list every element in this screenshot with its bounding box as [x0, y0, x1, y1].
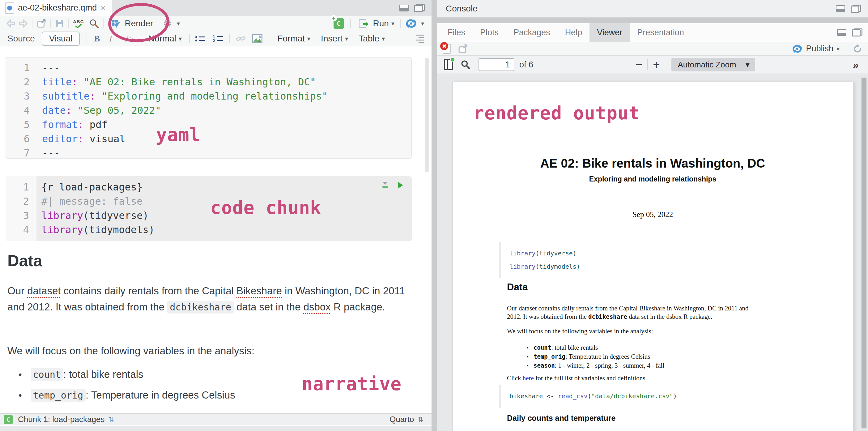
output-pane-tabs: Files Plots Packages Help Viewer Present… [437, 23, 868, 42]
annotation-narrative: narrative [302, 373, 402, 395]
forward-icon[interactable] [19, 19, 28, 28]
console-pane-header[interactable]: Console [437, 0, 868, 18]
run-chunk-icon[interactable] [397, 181, 404, 189]
tab-presentation[interactable]: Presentation [630, 23, 691, 42]
tab-help[interactable]: Help [558, 23, 590, 42]
image-icon[interactable] [252, 34, 262, 43]
yaml-front-matter-block[interactable]: 1--- 2title:"AE 02: Bike rentals in Wash… [6, 57, 412, 159]
refresh-icon[interactable] [852, 44, 862, 54]
pdf-heading-daily-counts: Daily counts and temperature [507, 414, 616, 423]
minimize-pane-icon[interactable] [837, 29, 846, 36]
zoom-out-button[interactable]: − [630, 60, 647, 69]
maximize-pane-icon[interactable] [852, 28, 862, 36]
zoom-in-button[interactable]: + [648, 60, 664, 69]
pdf-paragraph-1: Our dataset contains daily rentals from … [507, 304, 842, 321]
editor-scrollbar[interactable] [425, 58, 429, 172]
outline-toggle-icon[interactable] [416, 35, 424, 43]
minimize-pane-icon[interactable] [399, 5, 409, 11]
bullet-icon: • [527, 354, 529, 360]
chunk-navigator[interactable]: Chunk 1: load-packages [18, 414, 104, 424]
pdf-paragraph-2: We will focus on the following variables… [507, 327, 842, 335]
tab-ae-02-bikeshare[interactable]: ae-02-bikeshare.qmd × [0, 0, 112, 16]
chunk-navigator-sorter-icon[interactable]: ⇅ [108, 415, 114, 424]
publish-icon[interactable] [792, 44, 803, 54]
maximize-pane-icon[interactable] [414, 4, 425, 12]
spellcheck-icon[interactable]: ABC [73, 19, 84, 28]
document-mode-sorter-icon[interactable]: ⇅ [418, 415, 424, 424]
misspelled-word: Bikeshare [237, 285, 282, 297]
chunk-status-icon: C [4, 415, 13, 424]
tab-packages[interactable]: Packages [506, 23, 558, 42]
list-item: • temp_orig : Temperature in degrees Cel… [19, 389, 235, 402]
open-in-new-window-icon[interactable] [36, 19, 46, 28]
pdf-subtitle: Exploring and modeling relationships [453, 175, 853, 183]
tab-title: ae-02-bikeshare.qmd [18, 3, 97, 13]
save-icon[interactable] [55, 19, 64, 28]
publish-caret-icon[interactable]: ▾ [836, 45, 840, 53]
publish-caret-icon[interactable]: ▾ [421, 20, 424, 27]
back-icon[interactable] [6, 19, 16, 28]
pdf-heading-data: Data [507, 282, 528, 293]
search-icon[interactable] [89, 19, 99, 28]
source-publish-icon[interactable] [405, 18, 417, 29]
zoom-level-dropdown[interactable]: Automatic Zoom ▾ [672, 58, 755, 71]
pdf-title: AE 02: Bike rentals in Washington, DC [453, 156, 853, 171]
run-button[interactable]: Run ▾ [357, 17, 396, 30]
minimize-pane-icon[interactable] [836, 5, 845, 12]
visual-mode-button[interactable]: Visual [42, 32, 80, 46]
tab-viewer[interactable]: Viewer [589, 23, 630, 42]
inline-code: dcbikeshare [167, 301, 234, 313]
numbered-list-icon[interactable]: 1 2 [213, 36, 223, 42]
document-mode-selector[interactable]: Quarto [390, 414, 414, 424]
annotation-yaml: yaml [156, 124, 200, 145]
visual-editor-canvas[interactable]: 1--- 2title:"AE 02: Bike rentals in Wash… [0, 47, 432, 413]
editor-heading-data: Data [7, 251, 42, 270]
qmd-file-icon [5, 2, 14, 13]
r-code-chunk-block[interactable]: 1{r load-packages} 2#| message: false 3l… [6, 176, 412, 241]
bullet-icon: • [19, 390, 22, 401]
bullet-list-icon[interactable] [195, 36, 205, 41]
list-item: •count: total bike rentals [527, 344, 664, 353]
tab-plots[interactable]: Plots [473, 23, 506, 42]
pdf-view-area[interactable]: AE 02: Bike rentals in Washington, DC Ex… [437, 74, 868, 431]
pdf-sidebar-toggle-icon[interactable] [444, 59, 453, 70]
collapsed-console-strip [0, 426, 432, 431]
pdf-here-link[interactable]: here [523, 374, 534, 382]
notification-dot [450, 57, 455, 62]
source-mode-button[interactable]: Source [7, 34, 35, 43]
bold-button[interactable]: B [94, 34, 100, 43]
italic-button[interactable]: I [109, 34, 112, 43]
render-options-caret-icon[interactable]: ▾ [177, 20, 180, 27]
pdf-search-icon[interactable] [461, 60, 470, 69]
console-window-controls [836, 5, 861, 13]
tab-close-icon[interactable]: × [100, 3, 105, 13]
insert-chunk-icon[interactable]: + C [334, 18, 344, 29]
run-icon [359, 19, 366, 28]
tab-files[interactable]: Files [440, 23, 473, 42]
pdf-toolbar: of 6 − + Automatic Zoom ▾ » [437, 56, 868, 74]
viewer-scrollbar[interactable] [861, 77, 867, 429]
inline-code: count [31, 368, 63, 381]
link-icon[interactable] [236, 34, 246, 43]
insert-menu[interactable]: Insert ▾ [319, 32, 350, 45]
misspelled-word: dataset [27, 285, 61, 297]
run-chunks-above-icon[interactable] [381, 181, 389, 189]
pdf-tools-chevrons-icon[interactable]: » [853, 59, 859, 71]
open-in-new-window-icon[interactable] [458, 44, 468, 54]
table-menu[interactable]: Table ▾ [357, 32, 387, 45]
pdf-paragraph-3: Click here for the full list of variable… [507, 374, 842, 382]
pane-window-controls [399, 0, 432, 16]
editor-bullet-list: • count : total bike rentals • temp_orig… [19, 368, 235, 410]
page-number-input[interactable] [478, 58, 515, 71]
format-menu[interactable]: Format ▾ [275, 32, 312, 45]
editor-paragraph-1: Our dataset contains daily rentals from … [7, 283, 409, 315]
list-item: •temp_orig: Temperature in degrees Celsi… [527, 353, 664, 362]
annotation-rendered-output: rendered output [473, 103, 640, 124]
publish-button[interactable]: Publish [806, 44, 833, 54]
inline-code: temp_orig [31, 389, 86, 402]
editor-format-toolbar: Source Visual B I </> Normal ▾ 1 2 [0, 31, 432, 47]
bullet-icon: • [19, 369, 22, 380]
clear-viewer-icon[interactable] [443, 44, 451, 54]
maximize-pane-icon[interactable] [851, 5, 861, 13]
viewer-toolbar: Publish ▾ [437, 42, 868, 56]
